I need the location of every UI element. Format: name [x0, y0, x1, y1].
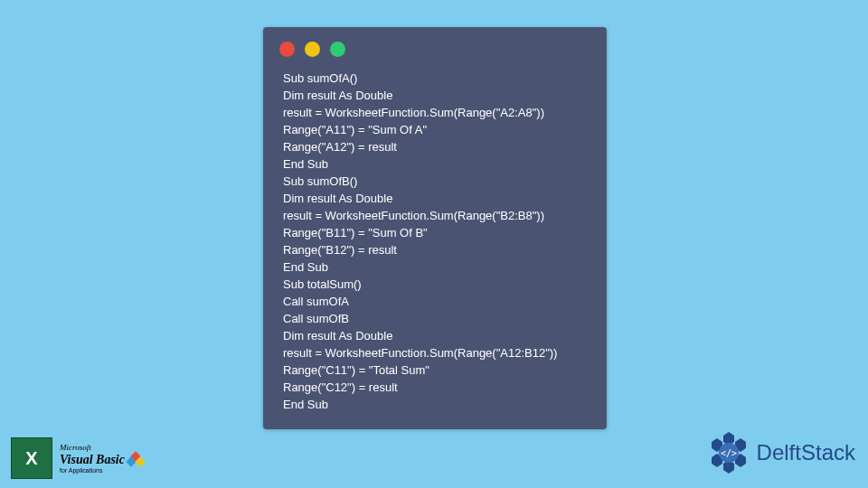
- code-block: Sub sumOfA() Dim result As Double result…: [279, 70, 590, 413]
- footer-left: X Microsoft Visual Basic for Application…: [11, 437, 146, 479]
- svg-text:</>: </>: [721, 448, 737, 458]
- maximize-icon[interactable]: [330, 42, 345, 57]
- code-window: Sub sumOfA() Dim result As Double result…: [263, 27, 607, 429]
- footer-right: </> DelftStack: [706, 430, 855, 475]
- vb-microsoft-label: Microsoft: [60, 444, 146, 452]
- brand-prefix: Delft: [757, 440, 801, 465]
- vb-name-text: Visual Basic: [60, 454, 125, 466]
- excel-icon: X: [11, 437, 52, 479]
- cubes-icon: [127, 453, 146, 467]
- minimize-icon[interactable]: [305, 42, 320, 57]
- excel-letter: X: [25, 448, 37, 469]
- visual-basic-logo: Microsoft Visual Basic for Applications: [60, 444, 146, 474]
- delftstack-gear-icon: </>: [706, 430, 751, 475]
- vb-name-label: Visual Basic: [60, 453, 146, 467]
- brand-suffix: Stack: [801, 440, 855, 465]
- close-icon[interactable]: [279, 42, 295, 57]
- vb-sub-label: for Applications: [60, 467, 146, 474]
- delftstack-label: DelftStack: [757, 440, 855, 465]
- window-controls: [279, 42, 590, 57]
